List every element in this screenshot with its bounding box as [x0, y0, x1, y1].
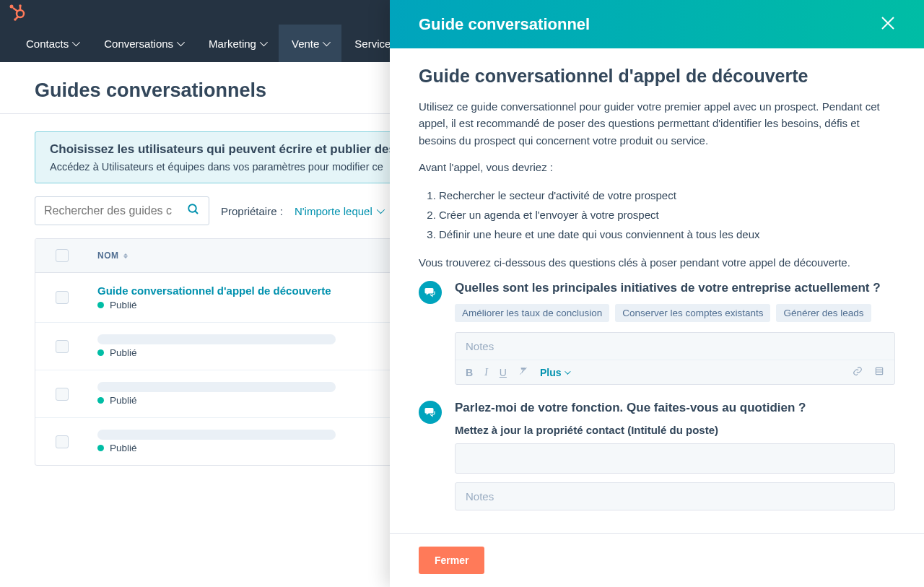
nav-marketing[interactable]: Marketing	[196, 25, 279, 62]
question-title: Quelles sont les principales initiatives…	[455, 281, 895, 295]
underline-button[interactable]: U	[500, 367, 507, 378]
svg-point-6	[14, 18, 17, 21]
chevron-down-icon	[177, 38, 185, 46]
playbook-intro: Utilisez ce guide conversationnel pour g…	[419, 98, 895, 149]
column-header-name[interactable]: NOM	[97, 251, 128, 261]
notes-toolbar: B I U Plus	[456, 360, 894, 384]
nav-contacts[interactable]: Contacts	[13, 25, 91, 62]
question-icon	[419, 401, 442, 424]
chevron-down-icon	[565, 368, 570, 374]
clear-format-button[interactable]	[518, 366, 528, 378]
owner-filter-value[interactable]: N'importe lequel	[295, 205, 383, 217]
chip-option[interactable]: Conserver les comptes existants	[615, 304, 770, 322]
row-title-placeholder	[97, 334, 336, 344]
owner-filter-label: Propriétaire :	[221, 205, 283, 217]
panel-footer: Fermer	[390, 533, 924, 587]
notes-editor[interactable]: Notes B I U Plus	[455, 332, 895, 385]
status-dot-icon	[97, 397, 104, 404]
select-all-checkbox[interactable]	[56, 249, 69, 262]
chip-option[interactable]: Générer des leads	[776, 304, 871, 322]
italic-button[interactable]: I	[484, 367, 488, 378]
svg-line-2	[13, 8, 18, 12]
row-title-placeholder	[97, 382, 336, 392]
search-input-wrap[interactable]	[35, 196, 209, 225]
answer-chips: Améliorer les taux de conclusion Conserv…	[455, 304, 895, 322]
close-button[interactable]: Fermer	[419, 547, 484, 574]
playbook-panel: Guide conversationnel Guide conversation…	[390, 0, 924, 587]
notes-placeholder[interactable]: Notes	[456, 333, 894, 360]
question-title: Parlez-moi de votre fonction. Que faites…	[455, 401, 895, 415]
svg-point-4	[19, 4, 22, 7]
playbook-heading: Guide conversationnel d'appel de découve…	[419, 66, 895, 87]
row-checkbox[interactable]	[56, 340, 69, 353]
svg-line-5	[16, 17, 18, 19]
sort-icon	[123, 253, 128, 258]
list-item: Définir une heure et une date qui vous c…	[439, 225, 895, 244]
svg-line-8	[195, 211, 198, 214]
search-icon[interactable]	[187, 203, 200, 219]
chip-option[interactable]: Améliorer les taux de conclusion	[455, 304, 609, 322]
link-button[interactable]	[853, 366, 863, 378]
list-item: Rechercher le secteur d'activité de votr…	[439, 186, 895, 205]
nav-conversations[interactable]: Conversations	[91, 25, 196, 62]
more-formatting-button[interactable]: Plus	[540, 367, 569, 378]
question-block-2: Parlez-moi de votre fonction. Que faites…	[419, 401, 895, 510]
row-checkbox[interactable]	[56, 435, 69, 448]
close-panel-button[interactable]	[881, 13, 895, 35]
below-text: Vous trouverez ci-dessous des questions …	[419, 254, 895, 271]
chevron-down-icon	[377, 206, 385, 214]
question-icon	[419, 281, 442, 304]
notes-editor[interactable]: Notes	[455, 482, 895, 510]
panel-title: Guide conversationnel	[419, 15, 590, 34]
chevron-down-icon	[72, 38, 80, 46]
chevron-down-icon	[260, 38, 268, 46]
svg-rect-12	[876, 368, 882, 375]
row-checkbox[interactable]	[56, 291, 69, 304]
question-block-1: Quelles sont les principales initiatives…	[419, 281, 895, 385]
panel-header: Guide conversationnel	[390, 0, 924, 48]
property-input[interactable]	[455, 443, 895, 474]
bold-button[interactable]: B	[466, 367, 473, 378]
status-dot-icon	[97, 445, 104, 451]
row-title-placeholder	[97, 430, 336, 440]
snippet-button[interactable]	[874, 366, 884, 378]
chevron-down-icon	[323, 38, 331, 46]
notes-placeholder[interactable]: Notes	[456, 483, 894, 510]
row-checkbox[interactable]	[56, 388, 69, 401]
status-dot-icon	[97, 302, 104, 308]
before-call-list: Rechercher le secteur d'activité de votr…	[439, 186, 895, 244]
before-call-label: Avant l'appel, vous devriez :	[419, 159, 895, 175]
hubspot-logo-icon	[9, 4, 26, 21]
question-subtitle: Mettez à jour la propriété contact (Inti…	[455, 424, 895, 436]
list-item: Créer un agenda et l'envoyer à votre pro…	[439, 205, 895, 225]
svg-point-0	[10, 5, 14, 9]
status-dot-icon	[97, 349, 104, 356]
svg-point-7	[188, 204, 196, 212]
panel-body[interactable]: Guide conversationnel d'appel de découve…	[390, 48, 924, 533]
nav-vente[interactable]: Vente	[279, 25, 341, 62]
search-input[interactable]	[44, 204, 183, 217]
